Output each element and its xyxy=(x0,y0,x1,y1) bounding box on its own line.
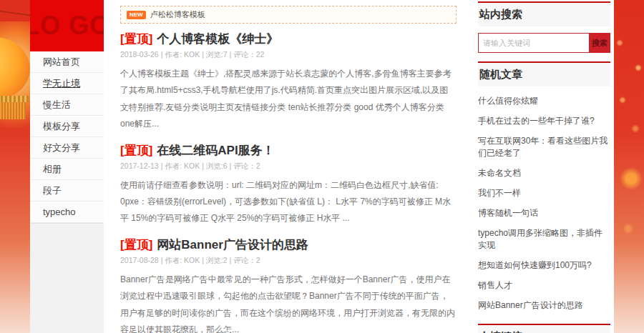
post-excerpt: Banner广告是网络广告中最常见的一种广告形式，怎样做好一个Banner广告，… xyxy=(120,272,457,333)
random-article-link[interactable]: 写在互联网30年：看看这些图片我们已经老了 xyxy=(478,131,610,163)
sticky-tag: [置顶] xyxy=(120,32,152,46)
links-widget-title: 友情链接 xyxy=(478,324,610,333)
lantern-fringe xyxy=(0,102,26,119)
search-input[interactable] xyxy=(478,33,589,53)
notice-banner[interactable]: NEW 卢松松博客模板 xyxy=(120,6,457,24)
post-item: [置顶]个人博客模板《绅士》 2018-03-26 | 作者: KOK | 浏览… xyxy=(120,31,457,133)
sidebar-item-templates[interactable]: 模板分享 xyxy=(30,116,104,137)
main-nav: 网站首页 学无止境 慢生活 模板分享 好文分享 相册 段子 typecho xyxy=(30,51,104,224)
post-title-text: 在线二维码API服务！ xyxy=(157,144,274,157)
logo-text: LO GO xyxy=(30,11,104,41)
post-meta: 2017-12-13 | 作者: KOK | 浏览:6 | 评论：2 xyxy=(120,161,457,172)
random-article-link[interactable]: 博客随机一句话 xyxy=(478,203,610,223)
post-title-link[interactable]: [置顶]个人博客模板《绅士》 xyxy=(120,31,457,47)
search-widget-title: 站内搜索 xyxy=(478,1,610,26)
random-articles-widget: 随机文章 什么值得你炫耀 手机在过去的一些年干掉了谁? 写在互联网30年：看看这… xyxy=(478,61,610,315)
search-button[interactable]: 搜索 xyxy=(589,33,610,53)
post-item: [置顶]网站Banner广告设计的思路 2017-08-28 | 作者: KOK… xyxy=(120,237,457,333)
post-meta: 2018-03-26 | 作者: KOK | 浏览:7 | 评论：22 xyxy=(120,50,457,60)
notice-text: 卢松松博客模板 xyxy=(150,9,205,20)
search-widget: 站内搜索 搜索 xyxy=(478,1,610,53)
random-article-link[interactable]: 手机在过去的一些年干掉了谁? xyxy=(478,111,610,131)
random-widget-title: 随机文章 xyxy=(478,61,610,86)
main-content: NEW 卢松松博客模板 [置顶]个人博客模板《绅士》 2018-03-26 | … xyxy=(104,0,472,333)
sidebar-item-slowlife[interactable]: 慢生活 xyxy=(30,94,104,116)
lantern-wire xyxy=(0,9,30,18)
random-article-link[interactable]: 想知道如何快速赚到100万吗? xyxy=(478,255,610,275)
random-article-link[interactable]: 什么值得你炫耀 xyxy=(478,91,610,111)
post-item: [置顶]在线二维码API服务！ 2017-12-13 | 作者: KOK | 浏… xyxy=(120,142,457,227)
right-background-decoration xyxy=(614,0,644,333)
sidebar-item-album[interactable]: 相册 xyxy=(30,159,104,180)
post-meta: 2017-08-28 | 作者: KOK | 浏览:2 | 评论：2 xyxy=(120,256,457,266)
right-sidebar: 站内搜索 搜索 随机文章 什么值得你炫耀 手机在过去的一些年干掉了谁? 写在互联… xyxy=(472,0,614,333)
post-excerpt: 使用前请仔细查看参数说明：url: 二维码对应的网址m：二维码白色边框尺寸,缺省… xyxy=(120,177,457,227)
site-logo[interactable]: LO GO xyxy=(30,0,104,51)
post-title-text: 网站Banner广告设计的思路 xyxy=(157,238,308,252)
random-article-link[interactable]: typecho调用多张缩略图，非插件实现 xyxy=(478,223,610,255)
random-article-link[interactable]: 未命名文档 xyxy=(478,163,610,183)
random-articles-list: 什么值得你炫耀 手机在过去的一些年干掉了谁? 写在互联网30年：看看这些图片我们… xyxy=(478,91,610,315)
random-article-link[interactable]: 网站Banner广告设计的思路 xyxy=(478,295,610,315)
new-badge: NEW xyxy=(127,11,146,19)
sidebar-item-home[interactable]: 网站首页 xyxy=(30,51,104,73)
sidebar-item-jokes[interactable]: 段子 xyxy=(30,180,104,202)
search-bar: 搜索 xyxy=(478,33,610,53)
friend-links-widget: 友情链接 xyxy=(478,324,610,333)
sticky-tag: [置顶] xyxy=(120,238,152,252)
post-excerpt: 个人博客模板主题《绅士》,搭配灵感来源于站长袁志蒙的个人博客,多骨鱼博客主要参考… xyxy=(120,66,457,133)
sticky-tag: [置顶] xyxy=(120,144,152,157)
sidebar-item-typecho[interactable]: typecho xyxy=(30,202,104,223)
random-article-link[interactable]: 销售人才 xyxy=(478,275,610,295)
post-title-text: 个人博客模板《绅士》 xyxy=(157,32,278,46)
left-background-decoration xyxy=(0,0,30,333)
lantern-band xyxy=(0,96,29,102)
post-title-link[interactable]: [置顶]网站Banner广告设计的思路 xyxy=(120,237,457,253)
random-article-link[interactable]: 我们不一样 xyxy=(478,183,610,203)
sidebar-item-learning[interactable]: 学无止境 xyxy=(30,73,104,94)
left-sidebar: LO GO 网站首页 学无止境 慢生活 模板分享 好文分享 相册 段子 type… xyxy=(30,0,104,333)
sidebar-item-articles[interactable]: 好文分享 xyxy=(30,137,104,159)
post-title-link[interactable]: [置顶]在线二维码API服务！ xyxy=(120,142,457,159)
